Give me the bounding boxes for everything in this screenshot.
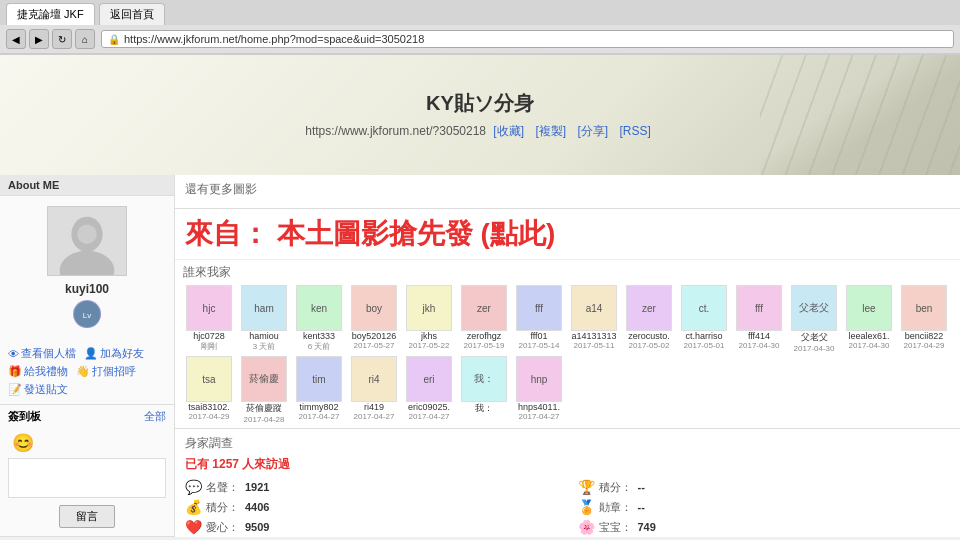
guestbook-header: 簽到板 全部: [8, 409, 166, 424]
friend-item[interactable]: jkhjkhs2017-05-22: [403, 285, 455, 353]
friend-date: 2017-05-01: [684, 341, 725, 350]
friend-name: jkhs: [421, 331, 437, 341]
friend-item[interactable]: ri4ri4192017-04-27: [348, 356, 400, 424]
friend-date: 2017-04-28: [244, 415, 285, 424]
post-link[interactable]: 📝 發送貼文: [8, 382, 68, 397]
stats-title: 身家調查: [185, 435, 950, 452]
nav-buttons: ◀ ▶ ↻ ⌂: [6, 29, 95, 49]
header-copy-link[interactable]: [複製]: [535, 124, 566, 138]
stats-visited: 已有 1257 人來訪過: [185, 456, 950, 473]
friend-name: boy520126: [352, 331, 397, 341]
friend-date: 2017-05-22: [409, 341, 450, 350]
friends-grid: hjchjc0728剛剛hamhamiou3 天前kenkent3336 天前b…: [183, 285, 952, 424]
friend-name: 菸偷慶蹤: [246, 402, 282, 415]
view-icon: 👁: [8, 348, 19, 360]
friend-item[interactable]: hjchjc0728剛剛: [183, 285, 235, 353]
gift-link[interactable]: 🎁 給我禮物: [8, 364, 68, 379]
remind-link[interactable]: 👋 打個招呼: [76, 364, 136, 379]
friend-date: 2017-04-29: [904, 341, 945, 350]
friend-item[interactable]: boyboy5201262017-05-27: [348, 285, 400, 353]
score-value: 4406: [245, 501, 269, 513]
stats-visited-prefix: 已有: [185, 457, 209, 471]
friend-item[interactable]: ffffff4142017-04-30: [733, 285, 785, 353]
friend-name: fff414: [748, 331, 770, 341]
friend-name: 父老父: [801, 331, 828, 344]
header-share-link[interactable]: [分享]: [577, 124, 608, 138]
friend-name: ct.harriso: [685, 331, 722, 341]
friend-date: 2017-05-19: [464, 341, 505, 350]
action-row-2: 🎁 給我禮物 👋 打個招呼: [8, 364, 166, 379]
baby-label: 宝宝：: [599, 520, 632, 535]
friend-item[interactable]: kenkent3336 天前: [293, 285, 345, 353]
big-banner[interactable]: 來自： 本土圖影搶先發 (點此): [175, 209, 960, 260]
friend-date: 剛剛: [201, 341, 217, 352]
friend-item[interactable]: 菸偷慶菸偷慶蹤2017-04-28: [238, 356, 290, 424]
address-bar[interactable]: 🔒 https://www.jkforum.net/home.php?mod=s…: [101, 30, 954, 48]
reputation-value: 1921: [245, 481, 269, 493]
friend-item[interactable]: hnphnps4011.2017-04-27: [513, 356, 565, 424]
comment-textarea[interactable]: [8, 458, 166, 498]
friend-item[interactable]: tsatsai83102.2017-04-29: [183, 356, 235, 424]
stats-section: 身家調查 已有 1257 人來訪過 💬 名聲： 1921 🏆 積分： -: [175, 429, 960, 537]
emoji-display: 😊: [8, 428, 166, 458]
friend-item[interactable]: timtimmy8022017-04-27: [293, 356, 345, 424]
home-button[interactable]: ⌂: [75, 29, 95, 49]
add-friend-link[interactable]: 👤 加為好友: [84, 346, 144, 361]
friend-item[interactable]: 我：我：: [458, 356, 510, 424]
stats-grid: 💬 名聲： 1921 🏆 積分： -- 💰 積分： 4406: [185, 479, 950, 535]
tab-home[interactable]: 返回首頁: [99, 3, 165, 25]
stat-baby: 🌸 宝宝： 749: [578, 519, 951, 535]
stats-visited-suffix: 人來訪過: [242, 457, 290, 471]
refresh-button[interactable]: ↻: [52, 29, 72, 49]
friend-name: fff01: [530, 331, 547, 341]
action-row-1: 👁 查看個人檔 👤 加為好友: [8, 346, 166, 361]
submit-button[interactable]: 留言: [59, 505, 115, 528]
guestbook-all-link[interactable]: 全部: [144, 409, 166, 424]
points-value: --: [638, 481, 645, 493]
stats-visited-count: 1257: [212, 457, 239, 471]
friend-item[interactable]: 父老父父老父2017-04-30: [788, 285, 840, 353]
forward-button[interactable]: ▶: [29, 29, 49, 49]
friend-name: zerocusto.: [628, 331, 670, 341]
reputation-label: 名聲：: [206, 480, 239, 495]
header-rss-link[interactable]: [RSS]: [619, 124, 650, 138]
friend-item[interactable]: benbencii8222017-04-29: [898, 285, 950, 353]
friend-date: 2017-05-14: [519, 341, 560, 350]
header-collect-link[interactable]: [收藏]: [493, 124, 524, 138]
friend-item[interactable]: zerzerocusto.2017-05-02: [623, 285, 675, 353]
action-links: 👁 查看個人檔 👤 加為好友 🎁 給我禮物: [0, 342, 174, 404]
friend-date: 2017-04-29: [189, 412, 230, 421]
banner-text: 來自： 本土圖影搶先發 (點此): [185, 215, 950, 253]
friend-item[interactable]: erieric09025.2017-04-27: [403, 356, 455, 424]
address-text: https://www.jkforum.net/home.php?mod=spa…: [124, 33, 947, 45]
site-header: KY貼ソ分身 https://www.jkforum.net/?3050218 …: [0, 55, 960, 175]
friend-date: 2017-04-27: [409, 412, 450, 421]
main-content: 還有更多圖影 來自： 本土圖影搶先發 (點此) 誰來我家 hjchjc0728剛…: [175, 175, 960, 537]
back-button[interactable]: ◀: [6, 29, 26, 49]
friend-item[interactable]: a14a141313132017-05-11: [568, 285, 620, 353]
stat-points: 🏆 積分： --: [578, 479, 951, 495]
reputation-icon: 💬: [185, 479, 202, 495]
main-layout: About ME kuyi100 Lv: [0, 175, 960, 537]
friend-item[interactable]: ct.ct.harriso2017-05-01: [678, 285, 730, 353]
stat-love: ❤️ 愛心： 9509: [185, 519, 558, 535]
page-content: KY貼ソ分身 https://www.jkforum.net/?3050218 …: [0, 55, 960, 537]
friend-name: hnps4011.: [518, 402, 560, 412]
tab-main[interactable]: 捷克論壇 JKF: [6, 3, 95, 25]
friend-item[interactable]: hamhamiou3 天前: [238, 285, 290, 353]
svg-text:Lv: Lv: [83, 311, 91, 320]
guestbook-section: 簽到板 全部 😊 留言: [0, 405, 174, 537]
gift-label: 給我禮物: [24, 364, 68, 379]
friend-item[interactable]: zerzerofhgz2017-05-19: [458, 285, 510, 353]
view-profile-link[interactable]: 👁 查看個人檔: [8, 346, 76, 361]
friend-date: 2017-04-27: [354, 412, 395, 421]
friend-date: 2017-04-30: [794, 344, 835, 353]
view-profile-label: 查看個人檔: [21, 346, 76, 361]
add-friend-label: 加為好友: [100, 346, 144, 361]
about-title: About ME: [0, 175, 174, 196]
friend-date: 2017-04-27: [299, 412, 340, 421]
action-row-3: 📝 發送貼文: [8, 382, 166, 397]
lock-icon: 🔒: [108, 34, 120, 45]
friend-item[interactable]: leeleealex61.2017-04-30: [843, 285, 895, 353]
friend-item[interactable]: ffffff012017-05-14: [513, 285, 565, 353]
